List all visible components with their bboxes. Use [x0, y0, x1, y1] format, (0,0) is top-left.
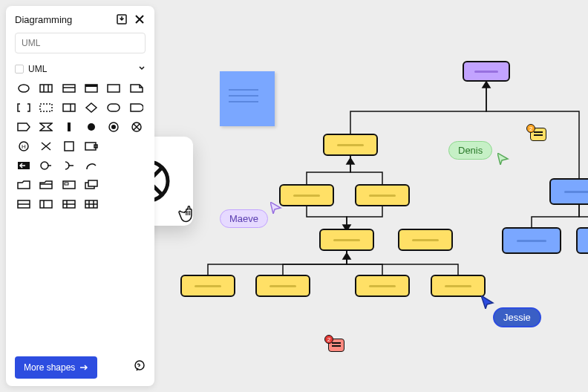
shape-empty	[105, 159, 122, 172]
node-a1[interactable]	[279, 184, 334, 206]
shape-rect[interactable]	[105, 82, 122, 95]
shape-arc[interactable]	[82, 159, 100, 172]
search-input[interactable]	[15, 33, 146, 53]
svg-marker-4	[270, 202, 281, 214]
node-root[interactable]	[463, 61, 510, 82]
node-r1[interactable]	[549, 178, 588, 205]
comment-badge: 2	[324, 335, 333, 344]
svg-rect-34	[65, 142, 74, 151]
svg-rect-24	[63, 104, 75, 111]
svg-marker-0	[483, 82, 490, 88]
shape-grid2[interactable]	[60, 197, 78, 211]
svg-point-38	[41, 162, 48, 169]
user-label: Denis	[458, 145, 483, 156]
node-c3[interactable]	[355, 275, 410, 297]
shape-empty	[105, 178, 122, 192]
shape-split-rect[interactable]	[37, 82, 55, 95]
shape-circle-cross[interactable]	[128, 120, 146, 134]
svg-point-28	[88, 123, 95, 131]
svg-rect-40	[65, 183, 68, 185]
svg-rect-26	[108, 104, 120, 111]
svg-marker-5	[497, 153, 508, 165]
shape-sigma[interactable]	[37, 120, 55, 134]
shape-halfround[interactable]	[128, 101, 146, 114]
svg-text:H: H	[22, 143, 26, 150]
category-header[interactable]: UML	[15, 61, 146, 77]
more-shapes-button[interactable]: More shapes	[15, 356, 97, 379]
cursor-maeve	[270, 202, 282, 214]
node-a2[interactable]	[355, 184, 410, 206]
user-pill-jessie: Jessie	[493, 307, 541, 327]
shape-x[interactable]	[37, 140, 55, 153]
comment-badge: 2	[526, 124, 535, 133]
shape-port-right[interactable]	[82, 140, 100, 153]
svg-rect-23	[40, 104, 52, 111]
node-r2[interactable]	[502, 227, 561, 254]
shape-grid3[interactable]	[82, 197, 100, 211]
shape-grid: H	[15, 82, 146, 211]
checkbox-icon[interactable]	[15, 65, 24, 74]
shape-square[interactable]	[60, 140, 78, 153]
node-c1[interactable]	[180, 275, 235, 297]
shape-header-rect[interactable]	[60, 82, 78, 95]
shape-bar[interactable]	[60, 120, 78, 134]
shape-empty	[105, 197, 122, 211]
shape-hsplit[interactable]	[15, 197, 33, 211]
shape-folder[interactable]	[15, 178, 33, 192]
svg-rect-22	[108, 85, 120, 92]
shape-empty	[105, 140, 122, 153]
svg-point-30	[111, 125, 116, 129]
shape-circle-h[interactable]: H	[15, 140, 33, 153]
shape-rounded[interactable]	[105, 101, 122, 114]
shape-filled-circle[interactable]	[82, 120, 100, 134]
shape-compartment[interactable]	[60, 101, 78, 114]
shape-back[interactable]	[15, 159, 33, 172]
shape-folder2[interactable]	[37, 178, 55, 192]
shape-note[interactable]	[128, 82, 146, 95]
shape-target[interactable]	[105, 120, 122, 134]
comment-bubble[interactable]: 2	[530, 128, 546, 141]
shape-empty	[128, 178, 146, 192]
node-c2[interactable]	[255, 275, 310, 297]
sidebar-title: Diagramming	[15, 14, 72, 25]
shape-vsplit[interactable]	[37, 197, 55, 211]
shape-half-circle[interactable]	[60, 159, 78, 172]
shape-dashed-rect[interactable]	[37, 101, 55, 114]
shape-card[interactable]	[60, 178, 78, 192]
svg-marker-1	[347, 158, 354, 164]
node-c4[interactable]	[431, 275, 486, 297]
shape-ellipse[interactable]	[15, 82, 33, 95]
shape-title-rect[interactable]	[82, 82, 100, 95]
node-r3[interactable]	[576, 227, 588, 254]
more-shapes-label: More shapes	[24, 362, 75, 373]
svg-rect-21	[85, 85, 97, 87]
comment-bubble[interactable]: 2	[328, 339, 344, 352]
user-label: Jessie	[503, 312, 531, 323]
svg-marker-6	[481, 295, 493, 309]
svg-point-14	[19, 85, 29, 92]
user-label: Maeve	[229, 213, 258, 224]
shape-tag[interactable]	[15, 120, 33, 134]
node-a[interactable]	[323, 134, 378, 156]
node-b2[interactable]	[398, 229, 453, 251]
node-b[interactable]	[319, 229, 374, 251]
close-icon[interactable]	[134, 13, 146, 25]
import-icon[interactable]	[116, 13, 128, 25]
category-label: UML	[28, 64, 47, 74]
chat-icon[interactable]	[134, 360, 146, 375]
shape-diamond[interactable]	[82, 101, 100, 114]
shape-open-rect[interactable]	[15, 101, 33, 114]
shapes-sidebar: Diagramming UML	[6, 6, 154, 386]
shape-empty	[128, 159, 146, 172]
grab-cursor-icon	[178, 202, 200, 224]
sticky-note[interactable]	[220, 71, 275, 126]
svg-rect-45	[40, 200, 52, 208]
shape-empty	[128, 197, 146, 211]
svg-rect-15	[40, 85, 52, 92]
svg-rect-27	[68, 122, 71, 131]
svg-rect-42	[88, 180, 97, 186]
cursor-jessie	[481, 295, 494, 309]
shape-circle-arrow[interactable]	[37, 159, 55, 172]
shape-overlap[interactable]	[82, 178, 100, 192]
chevron-down-icon[interactable]	[138, 64, 146, 74]
